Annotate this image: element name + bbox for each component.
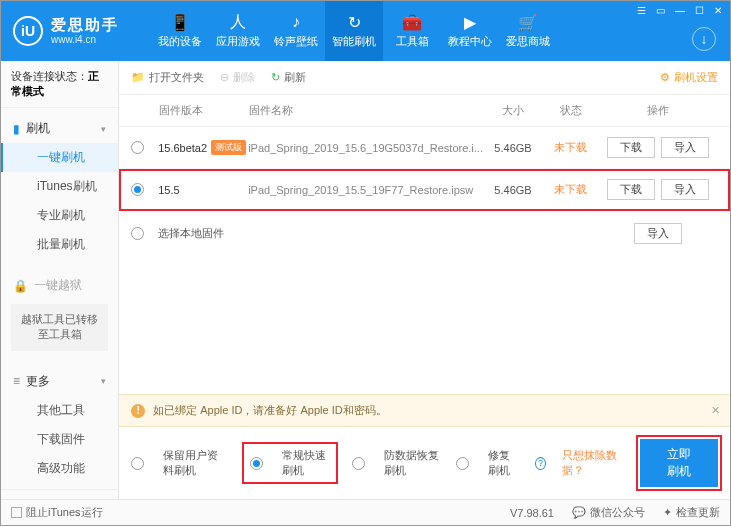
- checkbox-icon[interactable]: [11, 507, 22, 518]
- check-update-label: 检查更新: [676, 505, 720, 520]
- sidebar-group-jailbreak[interactable]: 🔒 一键越狱: [1, 271, 118, 300]
- nav-ringtones[interactable]: ♪铃声壁纸: [267, 1, 325, 61]
- nav-label: 爱思商城: [506, 34, 550, 49]
- brand-name: 爱思助手: [51, 17, 119, 34]
- connection-status: 设备连接状态：正常模式: [1, 61, 118, 108]
- firmware-size: 5.46GB: [483, 142, 543, 154]
- phone-icon: ▮: [13, 122, 20, 136]
- toolbar: 📁打开文件夹 ⊖删除 ↻刷新 ⚙刷机设置: [119, 61, 730, 95]
- nav-label: 工具箱: [396, 34, 429, 49]
- import-button[interactable]: 导入: [661, 137, 709, 158]
- chevron-down-icon: ▾: [101, 376, 106, 386]
- sidebar-item-itunes[interactable]: iTunes刷机: [1, 172, 118, 201]
- sidebar-item-batch[interactable]: 批量刷机: [1, 230, 118, 259]
- sidebar-item-download[interactable]: 下载固件: [1, 425, 118, 454]
- menu-icon[interactable]: ☰: [635, 5, 648, 16]
- table-header: 固件版本 固件名称 大小 状态 操作: [119, 95, 730, 127]
- toolbar-label: 打开文件夹: [149, 70, 204, 85]
- warning-icon: !: [131, 404, 145, 418]
- sidebar-item-pro[interactable]: 专业刷机: [1, 201, 118, 230]
- skin-icon[interactable]: ▭: [654, 5, 667, 16]
- open-folder-button[interactable]: 📁打开文件夹: [131, 70, 204, 85]
- minimize-icon[interactable]: —: [673, 5, 687, 16]
- nav-tutorials[interactable]: ▶教程中心: [441, 1, 499, 61]
- radio-icon: [250, 457, 263, 470]
- sidebar: 设备连接状态：正常模式 ▮ 刷机 ▾ 一键刷机 iTunes刷机 专业刷机 批量…: [1, 61, 119, 499]
- chevron-down-icon: ▾: [101, 124, 106, 134]
- import-button[interactable]: 导入: [634, 223, 682, 244]
- sidebar-group-label: 更多: [26, 373, 50, 390]
- firmware-list: 15.6beta2测试版 iPad_Spring_2019_15.6_19G50…: [119, 127, 730, 394]
- mode-repair[interactable]: 修复刷机: [456, 448, 517, 478]
- check-update-button[interactable]: ✦检查更新: [663, 505, 720, 520]
- block-itunes-option[interactable]: 阻止iTunes运行: [11, 505, 103, 520]
- brand-url: www.i4.cn: [51, 34, 119, 45]
- flash-settings-button[interactable]: ⚙刷机设置: [660, 70, 718, 85]
- mode-label: 保留用户资料刷机: [163, 448, 228, 478]
- help-icon[interactable]: ?: [535, 457, 546, 470]
- firmware-version: 15.5: [158, 184, 179, 196]
- firmware-radio[interactable]: [131, 141, 144, 154]
- nav-label: 我的设备: [158, 34, 202, 49]
- flash-now-button[interactable]: 立即刷机: [640, 439, 718, 487]
- firmware-radio[interactable]: [131, 183, 144, 196]
- radio-icon: [131, 457, 144, 470]
- brand: iU 爱思助手 www.i4.cn: [1, 16, 131, 46]
- mode-keep-data[interactable]: 保留用户资料刷机: [131, 448, 228, 478]
- refresh-icon: ↻: [271, 71, 280, 84]
- firmware-status: 未下载: [543, 140, 598, 155]
- main-panel: 📁打开文件夹 ⊖删除 ↻刷新 ⚙刷机设置 固件版本 固件名称 大小 状态 操作 …: [119, 61, 730, 499]
- col-version: 固件版本: [159, 103, 249, 118]
- jailbreak-note: 越狱工具已转移至工具箱: [11, 304, 108, 351]
- col-size: 大小: [483, 103, 543, 118]
- download-button[interactable]: 下载: [607, 137, 655, 158]
- folder-icon: 📁: [131, 71, 145, 84]
- nav-device[interactable]: 📱我的设备: [151, 1, 209, 61]
- firmware-version: 15.6beta2: [158, 142, 207, 154]
- sidebar-group-flash[interactable]: ▮ 刷机 ▾: [1, 114, 118, 143]
- toolbar-label: 删除: [233, 70, 255, 85]
- version-label: V7.98.61: [510, 507, 554, 519]
- mode-normal-fast[interactable]: 常规快速刷机: [244, 444, 335, 482]
- sidebar-group-more[interactable]: ≡ 更多 ▾: [1, 367, 118, 396]
- nav-apps[interactable]: 人应用游戏: [209, 1, 267, 61]
- notice-text: 如已绑定 Apple ID，请准备好 Apple ID和密码。: [153, 403, 387, 418]
- nav-store[interactable]: 🛒爱思商城: [499, 1, 557, 61]
- firmware-size: 5.46GB: [483, 184, 543, 196]
- sidebar-item-advanced[interactable]: 高级功能: [1, 454, 118, 483]
- local-firmware-radio[interactable]: [131, 227, 144, 240]
- erase-data-link[interactable]: 只想抹除数据？: [562, 448, 624, 478]
- local-firmware-row[interactable]: 选择本地固件 导入: [119, 211, 730, 256]
- close-icon[interactable]: ✕: [711, 404, 720, 417]
- toolbar-label: 刷新: [284, 70, 306, 85]
- delete-button[interactable]: ⊖删除: [220, 70, 255, 85]
- import-button[interactable]: 导入: [661, 179, 709, 200]
- toolbox-icon: 🧰: [403, 13, 421, 31]
- sidebar-item-other[interactable]: 其他工具: [1, 396, 118, 425]
- music-icon: ♪: [287, 13, 305, 31]
- update-icon: ✦: [663, 506, 672, 519]
- firmware-row[interactable]: 15.6beta2测试版 iPad_Spring_2019_15.6_19G50…: [119, 127, 730, 169]
- maximize-icon[interactable]: ☐: [693, 5, 706, 16]
- nav-toolbox[interactable]: 🧰工具箱: [383, 1, 441, 61]
- download-button[interactable]: 下载: [607, 179, 655, 200]
- more-icon: ≡: [13, 374, 20, 388]
- mode-anti-recovery[interactable]: 防数据恢复刷机: [352, 448, 440, 478]
- download-icon[interactable]: ↓: [692, 27, 716, 51]
- radio-icon: [352, 457, 365, 470]
- flash-icon: ↻: [345, 13, 363, 31]
- play-icon: ▶: [461, 13, 479, 31]
- connection-label: 设备连接状态：: [11, 70, 88, 82]
- nav-flash[interactable]: ↻智能刷机: [325, 1, 383, 61]
- mode-label: 常规快速刷机: [282, 448, 329, 478]
- sidebar-item-oneclick[interactable]: 一键刷机: [1, 143, 118, 172]
- wechat-link[interactable]: 💬微信公众号: [572, 505, 645, 520]
- col-status: 状态: [543, 103, 598, 118]
- nav-label: 教程中心: [448, 34, 492, 49]
- firmware-name: iPad_Spring_2019_15.6_19G5037d_Restore.i…: [248, 142, 483, 154]
- close-icon[interactable]: ✕: [712, 5, 724, 16]
- refresh-button[interactable]: ↻刷新: [271, 70, 306, 85]
- sidebar-options: 自动激活 跳过向导: [1, 489, 118, 499]
- firmware-row[interactable]: 15.5 iPad_Spring_2019_15.5_19F77_Restore…: [119, 169, 730, 211]
- top-nav: 📱我的设备 人应用游戏 ♪铃声壁纸 ↻智能刷机 🧰工具箱 ▶教程中心 🛒爱思商城: [151, 1, 557, 61]
